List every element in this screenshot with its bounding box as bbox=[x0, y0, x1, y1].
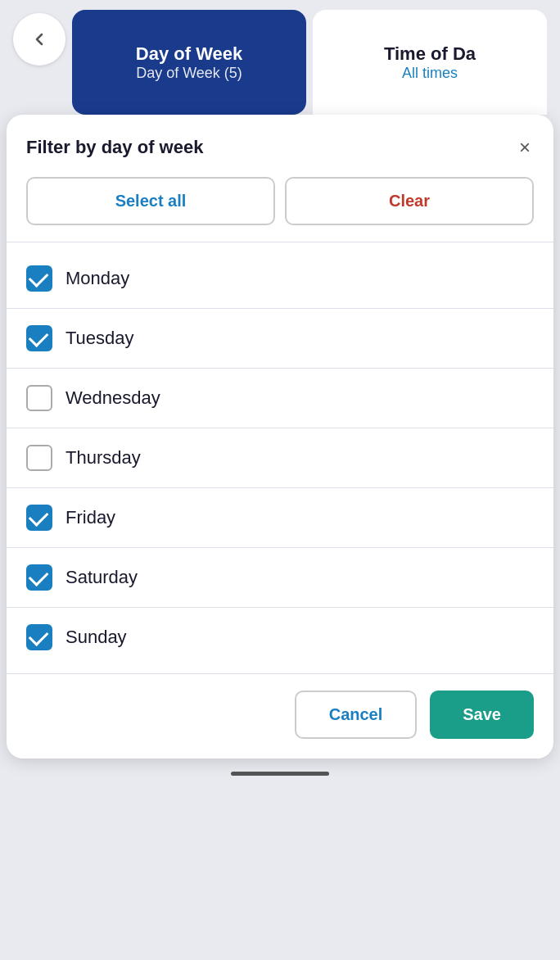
filter-modal: Filter by day of week × Select all Clear… bbox=[7, 115, 553, 758]
day-label-saturday: Saturday bbox=[65, 567, 138, 588]
modal-footer: Cancel Save bbox=[7, 673, 553, 758]
checkbox-tuesday[interactable] bbox=[26, 325, 52, 351]
close-button[interactable]: × bbox=[516, 134, 534, 161]
top-bar: Day of Week Day of Week (5) Time of Da A… bbox=[0, 0, 560, 115]
checkbox-monday[interactable] bbox=[26, 265, 52, 292]
checkbox-wednesday[interactable] bbox=[26, 385, 52, 411]
checkbox-thursday[interactable] bbox=[26, 445, 52, 471]
tab-time-of-day-title: Time of Da bbox=[384, 43, 476, 65]
bottom-hint bbox=[0, 758, 560, 789]
checkbox-friday[interactable] bbox=[26, 505, 52, 531]
day-item-sunday[interactable]: Sunday bbox=[7, 608, 553, 667]
cancel-button[interactable]: Cancel bbox=[295, 691, 418, 739]
day-label-sunday: Sunday bbox=[65, 627, 127, 648]
action-buttons: Select all Clear bbox=[7, 177, 553, 242]
checkbox-saturday[interactable] bbox=[26, 564, 52, 591]
day-label-wednesday: Wednesday bbox=[65, 387, 160, 409]
modal-header: Filter by day of week × bbox=[7, 115, 553, 177]
day-item-monday[interactable]: Monday bbox=[7, 249, 553, 309]
day-list: MondayTuesdayWednesdayThursdayFridaySatu… bbox=[7, 242, 553, 673]
day-item-wednesday[interactable]: Wednesday bbox=[7, 369, 553, 428]
day-label-monday: Monday bbox=[65, 268, 129, 289]
tab-day-of-week-subtitle: Day of Week (5) bbox=[136, 65, 242, 82]
checkbox-sunday[interactable] bbox=[26, 624, 52, 650]
day-label-tuesday: Tuesday bbox=[65, 328, 134, 349]
save-button[interactable]: Save bbox=[430, 691, 534, 739]
back-button[interactable] bbox=[13, 13, 65, 66]
day-label-friday: Friday bbox=[65, 507, 115, 528]
day-item-tuesday[interactable]: Tuesday bbox=[7, 309, 553, 369]
day-item-friday[interactable]: Friday bbox=[7, 488, 553, 548]
day-label-thursday: Thursday bbox=[65, 447, 141, 469]
tab-day-of-week-title: Day of Week bbox=[136, 43, 242, 65]
tab-time-of-day-subtitle: All times bbox=[402, 65, 458, 82]
modal-title: Filter by day of week bbox=[26, 137, 203, 158]
clear-button[interactable]: Clear bbox=[285, 177, 534, 225]
day-item-thursday[interactable]: Thursday bbox=[7, 428, 553, 488]
tab-day-of-week[interactable]: Day of Week Day of Week (5) bbox=[72, 10, 306, 115]
bottom-bar-indicator bbox=[231, 772, 329, 776]
select-all-button[interactable]: Select all bbox=[26, 177, 275, 225]
day-item-saturday[interactable]: Saturday bbox=[7, 548, 553, 608]
tab-time-of-day[interactable]: Time of Da All times bbox=[313, 10, 547, 115]
